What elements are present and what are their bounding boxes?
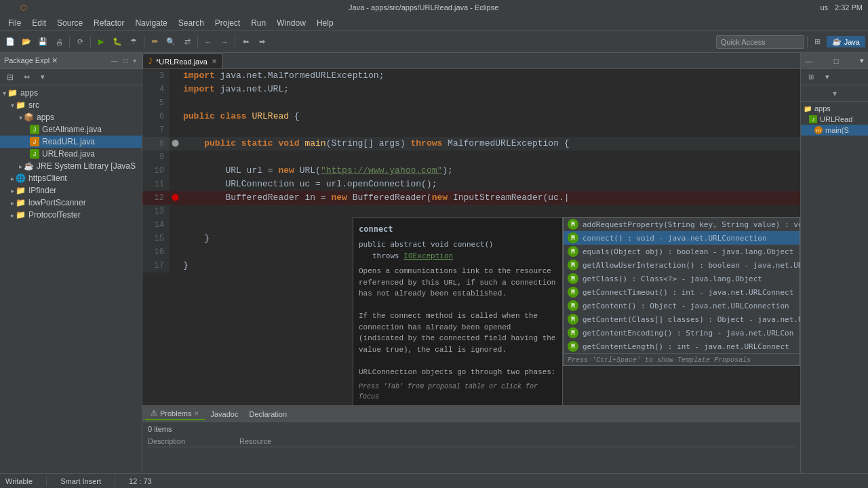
javadoc-footer: Press 'Tab' from proposal table or click… — [359, 382, 557, 402]
bottom-tab-javadoc[interactable]: Javadoc — [205, 409, 243, 420]
code-text-16 — [180, 245, 189, 259]
tree-item-ipfinder[interactable]: ▸ 📁 IPfinder — [0, 184, 142, 197]
prev-edit-button[interactable]: ← — [201, 35, 216, 49]
next-edit-button[interactable]: → — [217, 35, 232, 49]
time-label: 2:32 PM — [835, 3, 863, 12]
tree-item-protocoltester[interactable]: ▸ 📁 ProtocolTester — [0, 209, 142, 221]
ac-label-4: getClass() : Class<?> - java.lang.Object — [583, 274, 762, 283]
ac-item-0[interactable]: M addRequestProperty(String key, String … — [564, 218, 800, 231]
outline-item-apps[interactable]: 📁 apps — [801, 103, 868, 114]
package-explorer-header: Package Expl ✕ — □ ▾ — [0, 53, 142, 69]
close-panel-icon[interactable]: ▾ — [132, 56, 138, 65]
outline-minimize[interactable]: — — [805, 57, 812, 65]
menu-navigate[interactable]: Navigate — [130, 17, 172, 29]
sep5 — [235, 36, 235, 48]
menu-help[interactable]: Help — [311, 17, 339, 29]
outline-dropdown[interactable]: ▾ — [860, 56, 864, 65]
sync-button[interactable]: ⇄ — [180, 35, 195, 49]
tree-label-protocoltester: ProtocolTester — [28, 210, 81, 220]
refactor-button[interactable]: ⟳ — [73, 35, 87, 49]
print-button[interactable]: 🖨 — [52, 35, 66, 49]
open-perspective-button[interactable]: ⊞ — [810, 35, 825, 49]
code-text-11: URLConnection uc = url.openConnection(); — [180, 178, 437, 191]
link-with-editor-button[interactable]: ⇔ — [19, 70, 34, 85]
ac-item-6[interactable]: M getContent() : Object - java.net.URLCo… — [564, 299, 800, 312]
collapse-all-button[interactable]: ⊟ — [3, 70, 18, 85]
save-button[interactable]: 💾 — [35, 35, 50, 49]
bottom-tab-problems[interactable]: ⚠ Problems ✕ — [145, 407, 205, 420]
java-perspective-button[interactable]: ☕ Java — [827, 36, 865, 47]
menu-project[interactable]: Project — [210, 17, 245, 29]
line-num-5: 5 — [142, 96, 170, 110]
tree-item-readurl[interactable]: J ReadURL.java — [0, 136, 142, 148]
tree-item-urlread[interactable]: J URLRead.java — [0, 148, 142, 160]
package-explorer-title: Package Expl ✕ — [4, 56, 58, 65]
search-file-button[interactable]: 🔍 — [163, 35, 178, 49]
outline-icon-apps: 📁 — [804, 105, 812, 113]
tree-arrow: ▸ — [11, 187, 14, 195]
coverage-button[interactable]: ☂ — [126, 35, 141, 49]
outline-btn-1[interactable]: ⊞ — [804, 70, 818, 85]
outline-item-urlread[interactable]: J URLRead — [801, 114, 868, 125]
maximize-panel-icon[interactable]: □ — [122, 56, 129, 65]
highlight-button[interactable]: ✏ — [147, 35, 162, 49]
ac-item-3[interactable]: M getAllowUserInteraction() : boolean - … — [564, 258, 800, 272]
menu-source[interactable]: Source — [52, 17, 88, 29]
debug-button[interactable]: 🐛 — [110, 35, 125, 49]
ac-item-5[interactable]: M getConnectTimeout() : int - java.net.U… — [564, 285, 800, 299]
bottom-panel: ⚠ Problems ✕ Javadoc Declaration 0 items — [142, 405, 800, 473]
quick-access-input[interactable]: Quick Access — [716, 35, 804, 49]
ac-item-1[interactable]: M connect() : void - java.net.URLConnect… — [564, 231, 800, 245]
tree-item-jre[interactable]: ▸ ☕ JRE System Library [JavaS — [0, 160, 142, 172]
status-sep-1 — [46, 476, 47, 486]
status-writable: Writable — [5, 477, 33, 485]
ac-item-4[interactable]: M getClass() : Class<?> - java.lang.Obje… — [564, 272, 800, 285]
minimize-panel-icon[interactable]: — — [110, 56, 119, 65]
sep4 — [197, 36, 198, 48]
menu-file[interactable]: File — [3, 17, 26, 29]
ac-label-6: getContent() : Object - java.net.URLConn… — [583, 302, 789, 310]
open-button[interactable]: 📂 — [19, 35, 34, 49]
menubar: File Edit Source Refactor Navigate Searc… — [0, 15, 868, 31]
editor-tab-close[interactable]: ✕ — [212, 58, 217, 65]
tree-item-apps-pkg[interactable]: ▾ 📦 apps — [0, 111, 142, 123]
outline-item-main[interactable]: m main(S — [801, 125, 868, 136]
forward-button[interactable]: ➡ — [254, 35, 269, 49]
outline-header: — □ ▾ — [801, 53, 868, 69]
line-num-6: 6 — [142, 110, 170, 123]
autocomplete-list[interactable]: M addRequestProperty(String key, String … — [563, 217, 800, 366]
tree-label-readurl: ReadURL.java — [42, 137, 95, 146]
java-perspective-icon: ☕ — [832, 37, 842, 46]
back-button[interactable]: ⬅ — [238, 35, 253, 49]
problems-close[interactable]: ✕ — [194, 410, 199, 417]
outline-maximize[interactable]: □ — [834, 57, 839, 65]
tree-item-apps-root[interactable]: ▾ 📁 apps — [0, 87, 142, 99]
tree-item-lowportscanner[interactable]: ▸ 📁 lowPortScanner — [0, 197, 142, 209]
ac-icon-6: M — [568, 300, 578, 311]
tree-arrow: ▸ — [11, 199, 14, 207]
menu-window[interactable]: Window — [271, 17, 311, 29]
menu-edit[interactable]: Edit — [26, 17, 52, 29]
code-editor[interactable]: 3 import java.net.MalformedURLException;… — [142, 69, 800, 405]
menu-run[interactable]: Run — [245, 17, 271, 29]
outline-icon-main: m — [814, 126, 823, 134]
editor-tab-urlread[interactable]: J *URLRead.java ✕ — [142, 54, 223, 68]
run-button[interactable]: ▶ — [94, 35, 108, 49]
outline-btn-2[interactable]: ▾ — [820, 70, 835, 85]
menu-refactor[interactable]: Refactor — [88, 17, 130, 29]
ac-item-9[interactable]: M getContentLength() : int - java.net.UR… — [564, 340, 800, 353]
code-line-11: 11 URLConnection uc = url.openConnection… — [142, 178, 800, 191]
new-button[interactable]: 📄 — [3, 35, 18, 49]
ac-item-2[interactable]: M equals(Object obj) : boolean - java.la… — [564, 245, 800, 258]
ac-item-8[interactable]: M getContentEncoding() : String - java.n… — [564, 326, 800, 340]
view-menu-button[interactable]: ▾ — [35, 70, 50, 85]
menu-search[interactable]: Search — [173, 17, 210, 29]
tree-item-httpsclient[interactable]: ▸ 🌐 httpsClient — [0, 172, 142, 184]
tree-item-src[interactable]: ▾ 📁 src — [0, 99, 142, 111]
tree-item-getallname[interactable]: J GetAllname.java — [0, 123, 142, 136]
bottom-tab-declaration[interactable]: Declaration — [243, 409, 292, 420]
col-description: Description — [148, 437, 185, 445]
editor-tab-icon: J — [149, 58, 152, 65]
ac-item-7[interactable]: M getContent(Class[] classes) : Object -… — [564, 312, 800, 326]
editor-tabs: J *URLRead.java ✕ — [142, 53, 800, 69]
